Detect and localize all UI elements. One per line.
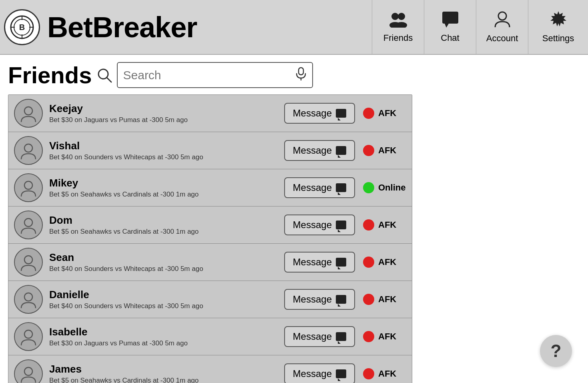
svg-rect-11 (442, 12, 458, 24)
search-box[interactable] (117, 62, 313, 88)
nav-settings-label: Settings (542, 33, 574, 44)
friend-avatar (14, 136, 43, 165)
friend-actions: Message AFK (284, 326, 406, 347)
status-dot (363, 368, 374, 379)
friend-info: Sean Bet $40 on Sounders vs Whitecaps at… (49, 251, 284, 273)
friends-header: Friends (8, 62, 588, 88)
status-dot (363, 108, 374, 119)
message-icon (336, 332, 346, 341)
nav-account-label: Account (486, 33, 518, 44)
status-label: AFK (378, 294, 406, 305)
message-icon (336, 369, 346, 378)
svg-point-23 (24, 256, 32, 264)
account-icon (494, 10, 511, 31)
message-button[interactable]: Message (284, 103, 355, 124)
friend-info: Isabelle Bet $30 on Jaguars vs Pumas at … (49, 326, 284, 347)
svg-point-20 (24, 144, 32, 152)
mic-icon[interactable] (295, 67, 307, 83)
friend-actions: Message AFK (284, 289, 406, 310)
message-button[interactable]: Message (284, 289, 355, 310)
friend-name: Isabelle (49, 326, 284, 338)
friend-avatar (14, 99, 43, 128)
friend-name: Vishal (49, 140, 284, 152)
friend-name: James (49, 363, 284, 375)
nav-chat-label: Chat (441, 33, 459, 43)
svg-point-8 (398, 13, 405, 20)
search-input[interactable] (123, 68, 295, 82)
message-icon (336, 146, 346, 155)
status-label: AFK (378, 145, 406, 156)
logo-area: B BetBreaker (4, 9, 372, 45)
svg-rect-17 (299, 68, 303, 75)
status-dot (363, 145, 374, 156)
status-indicator: AFK (363, 368, 406, 379)
friend-info: James Bet $5 on Seahawks vs Cardinals at… (49, 363, 284, 383)
logo-icon: B (4, 9, 40, 45)
friend-actions: Message AFK (284, 140, 406, 161)
nav-account[interactable]: Account (476, 0, 528, 54)
friend-name: Danielle (49, 289, 284, 301)
nav-chat[interactable]: Chat (424, 0, 476, 54)
status-dot (363, 182, 374, 193)
friend-info: Dom Bet $5 on Seahawks vs Cardinals at -… (49, 214, 284, 235)
message-button[interactable]: Message (284, 215, 355, 235)
friend-row: Isabelle Bet $30 on Jaguars vs Pumas at … (8, 318, 412, 355)
friend-bet: Bet $40 on Sounders vs Whitecaps at -300… (49, 153, 284, 161)
friend-row: Danielle Bet $40 on Sounders vs Whitecap… (8, 281, 412, 318)
friend-info: Mikey Bet $5 on Seahawks vs Cardinals at… (49, 177, 284, 198)
status-label: AFK (378, 108, 406, 118)
status-dot (363, 257, 374, 268)
friend-avatar (14, 322, 43, 351)
top-nav: Friends Chat Account (372, 0, 588, 54)
svg-point-7 (391, 13, 399, 20)
friends-icon (389, 11, 408, 30)
friend-row: Dom Bet $5 on Seahawks vs Cardinals at -… (8, 207, 412, 244)
nav-settings[interactable]: Settings (528, 0, 588, 54)
search-icon (97, 68, 112, 83)
friend-info: Keejay Bet $30 on Jaguars vs Pumas at -3… (49, 102, 284, 124)
status-indicator: AFK (363, 219, 406, 231)
message-button[interactable]: Message (284, 177, 355, 198)
message-button[interactable]: Message (284, 140, 355, 161)
svg-point-24 (24, 293, 32, 301)
friend-info: Danielle Bet $40 on Sounders vs Whitecap… (49, 289, 284, 310)
chat-icon (442, 11, 459, 30)
nav-friends[interactable]: Friends (372, 0, 424, 54)
svg-point-22 (24, 219, 32, 227)
message-button[interactable]: Message (284, 363, 355, 383)
friend-avatar (14, 211, 43, 239)
settings-icon (550, 10, 567, 31)
svg-point-21 (24, 181, 32, 189)
status-label: AFK (378, 369, 406, 379)
friend-avatar (14, 285, 43, 314)
friend-actions: Message Online (284, 177, 406, 198)
status-dot (363, 219, 374, 231)
brand-title: BetBreaker (47, 13, 197, 42)
message-button[interactable]: Message (284, 252, 355, 273)
status-indicator: Online (363, 182, 406, 193)
message-icon (336, 183, 346, 192)
friend-row: Vishal Bet $40 on Sounders vs Whitecaps … (8, 132, 412, 169)
status-label: Online (378, 182, 406, 193)
svg-line-16 (107, 78, 111, 82)
friend-row: James Bet $5 on Seahawks vs Cardinals at… (8, 355, 412, 383)
status-label: AFK (378, 220, 406, 230)
friend-name: Dom (49, 214, 284, 227)
message-button[interactable]: Message (284, 326, 355, 347)
friend-bet: Bet $40 on Sounders vs Whitecaps at -300… (49, 265, 284, 273)
friend-info: Vishal Bet $40 on Sounders vs Whitecaps … (49, 140, 284, 161)
message-icon (336, 295, 346, 304)
nav-friends-label: Friends (383, 33, 413, 43)
friends-list: Keejay Bet $30 on Jaguars vs Pumas at -3… (8, 94, 412, 383)
friend-actions: Message AFK (284, 363, 406, 383)
status-indicator: AFK (363, 257, 406, 268)
svg-point-26 (24, 367, 32, 375)
friend-bet: Bet $30 on Jaguars vs Pumas at -300 5m a… (49, 339, 284, 347)
friend-avatar (14, 173, 43, 202)
help-button[interactable]: ? (540, 335, 572, 367)
svg-point-25 (24, 330, 32, 338)
friend-row: Sean Bet $40 on Sounders vs Whitecaps at… (8, 244, 412, 281)
svg-text:B: B (19, 23, 25, 32)
svg-point-19 (24, 107, 32, 115)
friend-row: Keejay Bet $30 on Jaguars vs Pumas at -3… (8, 95, 412, 132)
